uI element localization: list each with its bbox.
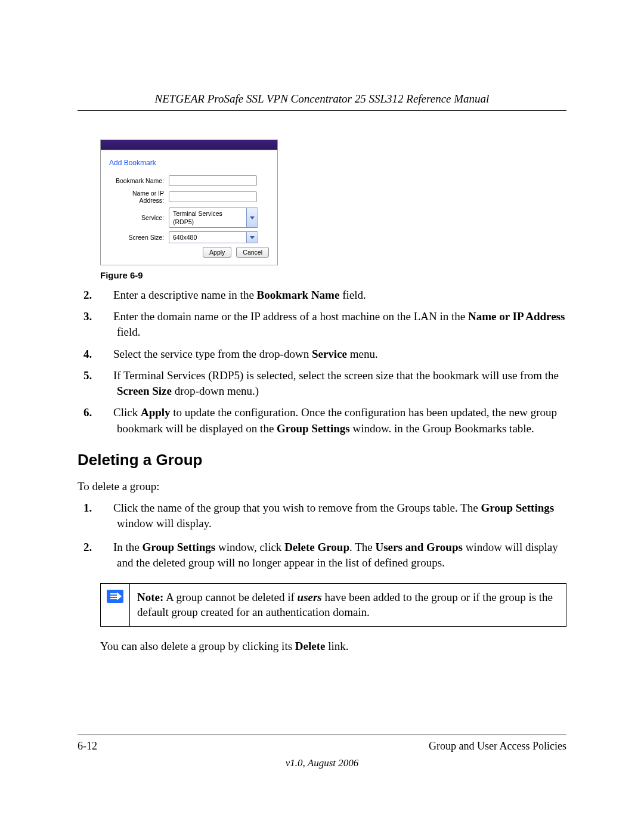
label-bookmark-name: Bookmark Name:: [109, 177, 164, 184]
name-or-ip-input[interactable]: [169, 191, 257, 202]
page-number: 6-12: [78, 740, 97, 753]
step-item: 5.If Terminal Services (RDP5) is selecte…: [100, 368, 566, 399]
screen-size-dropdown-button[interactable]: [246, 232, 258, 243]
note-icon-cell: [101, 584, 130, 626]
figure-caption: Figure 6-9: [100, 270, 566, 280]
label-service: Service:: [109, 214, 164, 221]
section-heading: Deleting a Group: [78, 451, 566, 469]
row-name-or-ip: Name or IP Address:: [109, 190, 269, 204]
screen-size-select-value: 640x480: [169, 232, 246, 243]
footer-rule: [78, 735, 566, 735]
doc-version: v1.0, August 2006: [78, 757, 566, 769]
screen-size-select[interactable]: 640x480: [169, 231, 258, 243]
label-name-or-ip: Name or IP Address:: [109, 190, 164, 204]
service-select[interactable]: Terminal Services (RDP5): [169, 208, 258, 228]
step-item: 6.Click Apply to update the configuratio…: [100, 405, 566, 436]
step-item: 1.Click the name of the group that you w…: [100, 500, 566, 531]
after-note-text: You can also delete a group by clicking …: [100, 640, 566, 653]
add-bookmark-panel: Add Bookmark Bookmark Name: Name or IP A…: [100, 140, 278, 265]
step-item: 3.Enter the domain name or the IP addres…: [100, 309, 566, 340]
chevron-down-icon: [250, 236, 255, 239]
steps-list-top: 2.Enter a descriptive name in the Bookma…: [100, 287, 566, 436]
doc-header-title: NETGEAR ProSafe SSL VPN Concentrator 25 …: [78, 92, 566, 106]
step-item: 2.In the Group Settings window, click De…: [100, 540, 566, 571]
panel-title: Add Bookmark: [109, 159, 269, 167]
row-service: Service: Terminal Services (RDP5): [109, 208, 269, 228]
service-select-value: Terminal Services (RDP5): [169, 208, 246, 227]
panel-titlebar: [101, 140, 277, 150]
apply-button[interactable]: Apply: [203, 247, 231, 258]
steps-list-delete: 1.Click the name of the group that you w…: [100, 500, 566, 571]
label-screen-size: Screen Size:: [109, 234, 164, 241]
service-dropdown-button[interactable]: [246, 208, 258, 227]
row-bookmark-name: Bookmark Name:: [109, 175, 269, 186]
delete-intro: To delete a group:: [78, 480, 566, 493]
note-arrow-icon: [107, 590, 123, 603]
note-text: Note: A group cannot be deleted if users…: [130, 584, 566, 626]
cancel-button[interactable]: Cancel: [236, 247, 269, 258]
footer-right: Group and User Access Policies: [429, 740, 566, 753]
note-box: Note: A group cannot be deleted if users…: [100, 583, 566, 627]
header-rule: [78, 110, 566, 111]
page-footer: 6-12 Group and User Access Policies v1.0…: [78, 735, 566, 769]
step-item: 2.Enter a descriptive name in the Bookma…: [100, 287, 566, 303]
bookmark-name-input[interactable]: [169, 175, 257, 186]
chevron-down-icon: [250, 216, 255, 219]
figure-container: Add Bookmark Bookmark Name: Name or IP A…: [100, 140, 566, 265]
row-screen-size: Screen Size: 640x480: [109, 231, 269, 243]
step-item: 4.Select the service type from the drop-…: [100, 346, 566, 362]
